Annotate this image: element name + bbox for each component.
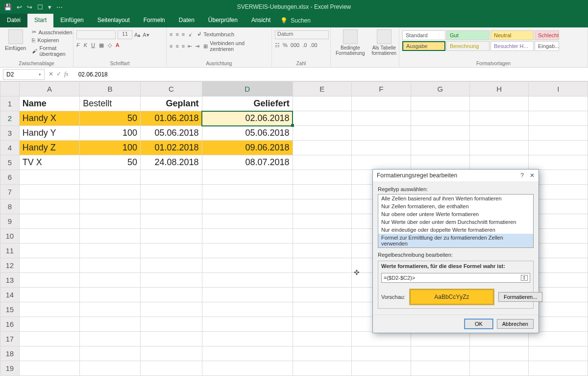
- dec-decimal-icon[interactable]: .00: [310, 42, 317, 49]
- chevron-down-icon[interactable]: ▾: [39, 72, 41, 77]
- cell-B1[interactable]: Bestellt: [80, 97, 141, 111]
- cell-E1[interactable]: [293, 97, 351, 111]
- orientation-icon[interactable]: ⭹: [188, 31, 193, 37]
- cell-D5[interactable]: 08.07.2018: [202, 155, 293, 170]
- font-grow-icon[interactable]: A▴: [134, 32, 141, 38]
- row-header-5[interactable]: 5: [0, 155, 20, 170]
- cell-A4[interactable]: Handy Z: [19, 141, 79, 155]
- cell-A3[interactable]: Handy Y: [19, 126, 79, 141]
- cancel-formula-icon[interactable]: ✕: [49, 71, 53, 78]
- cell-style-output[interactable]: Ausgabe: [402, 41, 445, 51]
- rule-type-item[interactable]: Nur Zellen formatieren, die enthalten: [378, 202, 533, 210]
- cell-D2[interactable]: 02.06.2018: [202, 111, 293, 126]
- cell-B5[interactable]: 50: [80, 155, 141, 170]
- align-bottom-icon[interactable]: ≡: [182, 31, 185, 37]
- font-shrink-icon[interactable]: A▾: [143, 32, 149, 38]
- cell-style-visited-link[interactable]: Besuchter H...: [490, 41, 534, 51]
- currency-icon[interactable]: ☷: [275, 42, 280, 49]
- cell-style-good[interactable]: Gut: [446, 30, 490, 40]
- tab-start[interactable]: Start: [27, 14, 53, 27]
- align-top-icon[interactable]: ≡: [170, 31, 172, 37]
- tell-me-search[interactable]: 💡 Suchen: [280, 14, 311, 27]
- indent-inc-icon[interactable]: ⇥: [195, 43, 199, 49]
- row-header-3[interactable]: 3: [0, 126, 20, 141]
- cell-D1[interactable]: Geliefert: [202, 97, 293, 111]
- rule-type-item[interactable]: Nur obere oder untere Werte formatieren: [378, 210, 533, 218]
- select-all-corner[interactable]: [0, 82, 20, 97]
- tab-insert[interactable]: Einfügen: [53, 14, 90, 27]
- rule-type-list[interactable]: Alle Zellen basierend auf ihren Werten f…: [378, 194, 534, 248]
- cell-C4[interactable]: 01.02.2018: [141, 141, 202, 155]
- cell-B3[interactable]: 100: [80, 126, 141, 141]
- cell-B4[interactable]: 100: [80, 141, 141, 155]
- cell-C3[interactable]: 05.06.2018: [141, 126, 202, 141]
- col-header-H[interactable]: H: [470, 82, 529, 97]
- underline-button[interactable]: U: [91, 42, 95, 49]
- col-header-G[interactable]: G: [411, 82, 469, 97]
- enter-formula-icon[interactable]: ✓: [56, 71, 61, 78]
- format-as-table-button[interactable]: Als Tabelle formatieren: [369, 28, 398, 57]
- range-picker-icon[interactable]: ↥: [521, 275, 528, 281]
- cell-style-bad[interactable]: Schlecht: [535, 30, 559, 40]
- indent-dec-icon[interactable]: ⇤: [188, 43, 192, 49]
- rule-type-item[interactable]: Alle Zellen basierend auf ihren Werten f…: [378, 195, 533, 202]
- cell-A5[interactable]: TV X: [19, 155, 79, 170]
- rule-type-item-selected[interactable]: Formel zur Ermittlung der zu formatieren…: [378, 234, 533, 247]
- tab-file[interactable]: Datei: [0, 14, 27, 27]
- cell-A2[interactable]: Handy X: [19, 111, 79, 126]
- rule-formula-input[interactable]: =($D2-$C2)> ↥: [381, 273, 530, 283]
- rule-type-item[interactable]: Nur eindeutige oder doppelte Werte forma…: [378, 226, 533, 234]
- cell-style-neutral[interactable]: Neutral: [490, 30, 534, 40]
- dialog-header[interactable]: Formatierungsregel bearbeiten ?✕: [373, 170, 539, 181]
- col-header-F[interactable]: F: [352, 82, 411, 97]
- cut-button[interactable]: ✂Ausschneiden: [31, 28, 73, 36]
- cell-style-standard[interactable]: Standard: [402, 30, 445, 40]
- number-format-combo[interactable]: Datum: [275, 30, 329, 39]
- cell-C2[interactable]: 01.06.2018: [141, 111, 202, 126]
- cell-D4[interactable]: 09.06.2018: [202, 141, 293, 155]
- merge-center-button[interactable]: ⊞Verbinden und zentrieren: [202, 40, 269, 52]
- tab-review[interactable]: Überprüfen: [201, 14, 245, 27]
- font-size-combo[interactable]: 11: [118, 30, 132, 39]
- cell-style-calc[interactable]: Berechnung: [446, 41, 490, 51]
- tab-data[interactable]: Daten: [172, 14, 201, 27]
- percent-icon[interactable]: %: [283, 42, 288, 49]
- format-painter-button[interactable]: 🖌Format übertragen: [31, 45, 73, 57]
- close-icon[interactable]: ✕: [530, 172, 535, 179]
- formula-input[interactable]: [75, 70, 588, 79]
- col-header-E[interactable]: E: [293, 82, 351, 97]
- cancel-button[interactable]: Abbrechen: [497, 319, 534, 329]
- copy-button[interactable]: ⎘Kopieren: [31, 37, 73, 44]
- col-header-D[interactable]: D: [202, 82, 293, 97]
- fx-icon[interactable]: fx: [64, 71, 72, 78]
- format-button[interactable]: Formatieren...: [498, 292, 542, 302]
- align-right-icon[interactable]: ≡: [182, 43, 185, 49]
- align-middle-icon[interactable]: ≡: [175, 31, 178, 37]
- row-header-2[interactable]: 2: [0, 111, 20, 126]
- cell-style-input[interactable]: Eingab...: [535, 41, 559, 51]
- cell-C1[interactable]: Geplant: [141, 97, 202, 111]
- col-header-B[interactable]: B: [80, 82, 141, 97]
- col-header-I[interactable]: I: [529, 82, 588, 97]
- thousands-icon[interactable]: 000: [291, 42, 299, 49]
- tab-page-layout[interactable]: Seitenlayout: [91, 14, 137, 27]
- col-header-A[interactable]: A: [19, 82, 79, 97]
- help-icon[interactable]: ?: [520, 172, 524, 179]
- align-left-icon[interactable]: ≡: [170, 43, 172, 49]
- row-header-1[interactable]: 1: [0, 97, 20, 111]
- cell-C5[interactable]: 24.08.2018: [141, 155, 202, 170]
- tab-view[interactable]: Ansicht: [245, 14, 277, 27]
- bold-button[interactable]: F: [76, 42, 80, 49]
- font-family-combo[interactable]: [76, 30, 116, 39]
- conditional-formatting-button[interactable]: Bedingte Formatierung: [334, 28, 367, 57]
- tab-formulas[interactable]: Formeln: [137, 14, 172, 27]
- italic-button[interactable]: K: [84, 42, 87, 49]
- cell-D3[interactable]: 05.06.2018: [202, 126, 293, 141]
- col-header-C[interactable]: C: [141, 82, 202, 97]
- name-box[interactable]: D2▾: [3, 69, 45, 80]
- align-center-icon[interactable]: ≡: [175, 43, 178, 49]
- cell-A1[interactable]: Name: [19, 97, 79, 111]
- cell-B2[interactable]: 50: [80, 111, 141, 126]
- ok-button[interactable]: OK: [465, 319, 493, 329]
- inc-decimal-icon[interactable]: .0: [302, 42, 307, 49]
